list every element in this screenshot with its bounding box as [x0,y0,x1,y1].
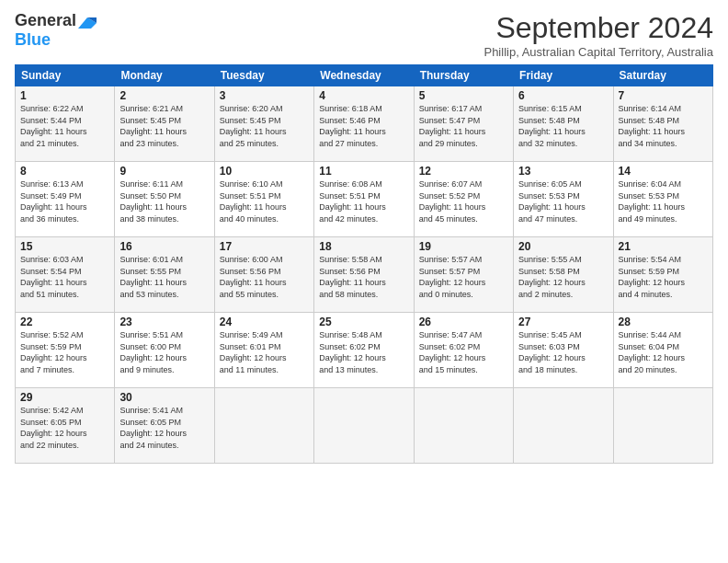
day-number: 12 [419,165,508,178]
header-tuesday: Tuesday [214,65,313,86]
table-row: 5Sunrise: 6:17 AM Sunset: 5:47 PM Daylig… [414,86,513,162]
header-thursday: Thursday [414,65,513,86]
header-saturday: Saturday [613,65,712,86]
day-number: 7 [619,89,708,102]
day-number: 1 [20,89,109,102]
calendar-week-row: 15Sunrise: 6:03 AM Sunset: 5:54 PM Dayli… [16,237,713,313]
day-info: Sunrise: 6:05 AM Sunset: 5:53 PM Dayligh… [518,178,608,224]
day-info: Sunrise: 6:01 AM Sunset: 5:55 PM Dayligh… [119,254,209,300]
header-sunday: Sunday [16,65,115,86]
table-row: 3Sunrise: 6:20 AM Sunset: 5:45 PM Daylig… [214,86,313,162]
day-number: 25 [319,316,408,328]
day-info: Sunrise: 5:42 AM Sunset: 6:05 PM Dayligh… [20,405,109,451]
table-row [514,388,613,464]
day-info: Sunrise: 5:47 AM Sunset: 6:02 PM Dayligh… [419,329,508,375]
day-number: 22 [20,316,109,328]
calendar-week-row: 22Sunrise: 5:52 AM Sunset: 5:59 PM Dayli… [16,313,713,388]
day-info: Sunrise: 6:20 AM Sunset: 5:45 PM Dayligh… [220,103,309,149]
table-row: 19Sunrise: 5:57 AM Sunset: 5:57 PM Dayli… [414,237,513,313]
table-row: 23Sunrise: 5:51 AM Sunset: 6:00 PM Dayli… [115,313,214,388]
table-row: 4Sunrise: 6:18 AM Sunset: 5:46 PM Daylig… [314,86,414,162]
day-info: Sunrise: 5:58 AM Sunset: 5:56 PM Dayligh… [319,254,408,300]
day-info: Sunrise: 6:10 AM Sunset: 5:51 PM Dayligh… [220,178,309,224]
table-row: 21Sunrise: 5:54 AM Sunset: 5:59 PM Dayli… [613,237,712,313]
table-row: 1Sunrise: 6:22 AM Sunset: 5:44 PM Daylig… [16,86,115,162]
logo-general-text: General [15,11,76,30]
day-number: 24 [220,316,309,328]
day-number: 29 [20,391,109,404]
day-info: Sunrise: 5:45 AM Sunset: 6:03 PM Dayligh… [518,329,608,375]
calendar-week-row: 1Sunrise: 6:22 AM Sunset: 5:44 PM Daylig… [16,86,713,162]
table-row: 28Sunrise: 5:44 AM Sunset: 6:04 PM Dayli… [613,313,712,388]
day-info: Sunrise: 5:49 AM Sunset: 6:01 PM Dayligh… [220,329,309,375]
logo: General Blue [15,11,97,50]
table-row [414,388,513,464]
day-info: Sunrise: 6:07 AM Sunset: 5:52 PM Dayligh… [419,178,508,224]
table-row: 17Sunrise: 6:00 AM Sunset: 5:56 PM Dayli… [214,237,313,313]
table-row: 30Sunrise: 5:41 AM Sunset: 6:05 PM Dayli… [115,388,214,464]
day-info: Sunrise: 5:55 AM Sunset: 5:58 PM Dayligh… [518,254,608,300]
table-row: 12Sunrise: 6:07 AM Sunset: 5:52 PM Dayli… [414,162,513,237]
logo-blue-text: Blue [15,30,51,50]
day-number: 6 [518,89,608,102]
day-info: Sunrise: 6:08 AM Sunset: 5:51 PM Dayligh… [319,178,408,224]
day-info: Sunrise: 6:14 AM Sunset: 5:48 PM Dayligh… [619,103,708,149]
table-row [613,388,712,464]
day-info: Sunrise: 6:18 AM Sunset: 5:46 PM Dayligh… [319,103,408,149]
table-row: 9Sunrise: 6:11 AM Sunset: 5:50 PM Daylig… [115,162,214,237]
header-wednesday: Wednesday [314,65,414,86]
table-row: 14Sunrise: 6:04 AM Sunset: 5:53 PM Dayli… [613,162,712,237]
calendar-week-row: 8Sunrise: 6:13 AM Sunset: 5:49 PM Daylig… [16,162,713,237]
table-row: 27Sunrise: 5:45 AM Sunset: 6:03 PM Dayli… [514,313,613,388]
day-number: 3 [220,89,309,102]
day-info: Sunrise: 6:00 AM Sunset: 5:56 PM Dayligh… [220,254,309,300]
header-friday: Friday [514,65,613,86]
day-info: Sunrise: 5:51 AM Sunset: 6:00 PM Dayligh… [119,329,209,375]
day-number: 15 [20,240,109,253]
day-number: 20 [518,240,608,253]
table-row: 25Sunrise: 5:48 AM Sunset: 6:02 PM Dayli… [314,313,414,388]
table-row: 10Sunrise: 6:10 AM Sunset: 5:51 PM Dayli… [214,162,313,237]
table-row: 24Sunrise: 5:49 AM Sunset: 6:01 PM Dayli… [214,313,313,388]
day-number: 21 [619,240,708,253]
table-row: 13Sunrise: 6:05 AM Sunset: 5:53 PM Dayli… [514,162,613,237]
table-row: 7Sunrise: 6:14 AM Sunset: 5:48 PM Daylig… [613,86,712,162]
table-row: 8Sunrise: 6:13 AM Sunset: 5:49 PM Daylig… [16,162,115,237]
table-row [314,388,414,464]
day-number: 26 [419,316,508,328]
table-row: 26Sunrise: 5:47 AM Sunset: 6:02 PM Dayli… [414,313,513,388]
table-row: 18Sunrise: 5:58 AM Sunset: 5:56 PM Dayli… [314,237,414,313]
day-info: Sunrise: 6:13 AM Sunset: 5:49 PM Dayligh… [20,178,109,224]
day-info: Sunrise: 6:04 AM Sunset: 5:53 PM Dayligh… [619,178,708,224]
day-number: 8 [20,165,109,178]
day-number: 11 [319,165,408,178]
day-info: Sunrise: 6:17 AM Sunset: 5:47 PM Dayligh… [419,103,508,149]
day-number: 28 [619,316,708,328]
day-number: 30 [119,391,209,404]
day-number: 17 [220,240,309,253]
table-row: 16Sunrise: 6:01 AM Sunset: 5:55 PM Dayli… [115,237,214,313]
day-info: Sunrise: 5:52 AM Sunset: 5:59 PM Dayligh… [20,329,109,375]
day-number: 2 [119,89,209,102]
day-info: Sunrise: 6:15 AM Sunset: 5:48 PM Dayligh… [518,103,608,149]
day-info: Sunrise: 6:03 AM Sunset: 5:54 PM Dayligh… [20,254,109,300]
day-info: Sunrise: 6:11 AM Sunset: 5:50 PM Dayligh… [119,178,209,224]
day-info: Sunrise: 6:22 AM Sunset: 5:44 PM Dayligh… [20,103,109,149]
table-row [214,388,313,464]
table-row: 11Sunrise: 6:08 AM Sunset: 5:51 PM Dayli… [314,162,414,237]
logo-icon [78,16,97,30]
month-year-title: September 2024 [483,11,713,45]
day-number: 4 [319,89,408,102]
header-monday: Monday [115,65,214,86]
calendar-header-row: Sunday Monday Tuesday Wednesday Thursday… [16,65,713,86]
day-number: 10 [220,165,309,178]
day-number: 23 [119,316,209,328]
table-row: 22Sunrise: 5:52 AM Sunset: 5:59 PM Dayli… [16,313,115,388]
day-info: Sunrise: 5:44 AM Sunset: 6:04 PM Dayligh… [619,329,708,375]
calendar-table: Sunday Monday Tuesday Wednesday Thursday… [15,64,713,464]
day-number: 18 [319,240,408,253]
day-info: Sunrise: 5:48 AM Sunset: 6:02 PM Dayligh… [319,329,408,375]
day-info: Sunrise: 6:21 AM Sunset: 5:45 PM Dayligh… [119,103,209,149]
calendar-week-row: 29Sunrise: 5:42 AM Sunset: 6:05 PM Dayli… [16,388,713,464]
day-info: Sunrise: 5:41 AM Sunset: 6:05 PM Dayligh… [119,405,209,451]
